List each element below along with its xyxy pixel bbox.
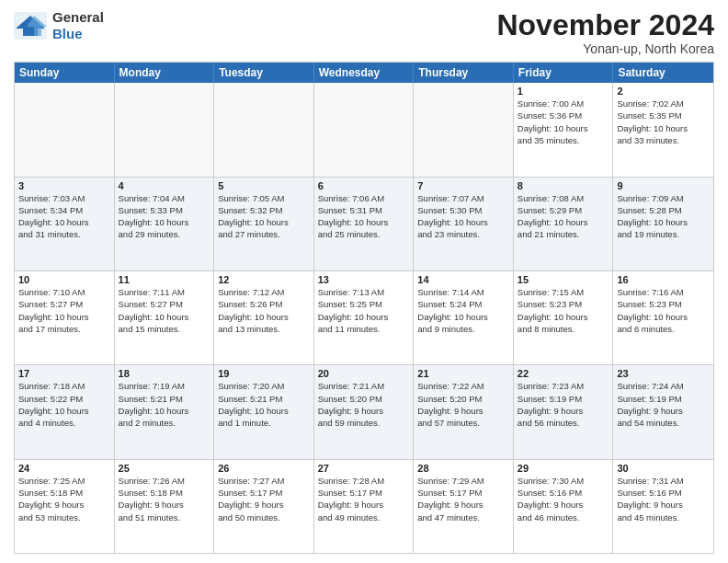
day-number: 9: [617, 180, 710, 191]
calendar-cell: 25Sunrise: 7:26 AM Sunset: 5:18 PM Dayli…: [115, 460, 215, 553]
calendar-cell: 10Sunrise: 7:10 AM Sunset: 5:27 PM Dayli…: [15, 271, 115, 364]
day-info: Sunrise: 7:21 AM Sunset: 5:20 PM Dayligh…: [318, 380, 410, 429]
calendar-cell: 2Sunrise: 7:02 AM Sunset: 5:35 PM Daylig…: [613, 83, 713, 176]
day-number: 2: [617, 86, 710, 97]
day-info: Sunrise: 7:25 AM Sunset: 5:18 PM Dayligh…: [18, 475, 110, 523]
day-info: Sunrise: 7:18 AM Sunset: 5:22 PM Dayligh…: [18, 380, 110, 429]
month-title: November 2024: [496, 9, 714, 41]
calendar-cell: 18Sunrise: 7:19 AM Sunset: 5:21 PM Dayli…: [115, 365, 215, 458]
weekday-header: Saturday: [613, 63, 713, 83]
calendar-cell: 13Sunrise: 7:13 AM Sunset: 5:25 PM Dayli…: [314, 271, 415, 364]
day-info: Sunrise: 7:31 AM Sunset: 5:16 PM Dayligh…: [617, 475, 710, 523]
calendar-row: 17Sunrise: 7:18 AM Sunset: 5:22 PM Dayli…: [15, 364, 713, 458]
calendar-cell: 5Sunrise: 7:05 AM Sunset: 5:32 PM Daylig…: [214, 178, 314, 270]
calendar-cell: 26Sunrise: 7:27 AM Sunset: 5:17 PM Dayli…: [214, 460, 314, 553]
calendar-row: 1Sunrise: 7:00 AM Sunset: 5:36 PM Daylig…: [15, 83, 713, 176]
day-number: 22: [518, 368, 609, 379]
day-info: Sunrise: 7:15 AM Sunset: 5:23 PM Dayligh…: [518, 286, 609, 335]
calendar-cell: 29Sunrise: 7:30 AM Sunset: 5:16 PM Dayli…: [514, 460, 614, 553]
calendar-cell: 15Sunrise: 7:15 AM Sunset: 5:23 PM Dayli…: [514, 271, 614, 364]
day-info: Sunrise: 7:22 AM Sunset: 5:20 PM Dayligh…: [417, 380, 509, 429]
day-number: 5: [218, 180, 310, 191]
calendar-cell: 12Sunrise: 7:12 AM Sunset: 5:26 PM Dayli…: [214, 271, 314, 364]
day-number: 24: [18, 463, 110, 474]
weekday-header: Sunday: [15, 63, 115, 83]
calendar-cell: [314, 83, 415, 176]
calendar-cell: 28Sunrise: 7:29 AM Sunset: 5:17 PM Dayli…: [414, 460, 514, 553]
logo-text: General Blue: [52, 9, 104, 42]
calendar-row: 24Sunrise: 7:25 AM Sunset: 5:18 PM Dayli…: [15, 459, 713, 553]
calendar-header: SundayMondayTuesdayWednesdayThursdayFrid…: [15, 63, 713, 83]
day-info: Sunrise: 7:29 AM Sunset: 5:17 PM Dayligh…: [417, 475, 509, 523]
calendar: SundayMondayTuesdayWednesdayThursdayFrid…: [14, 62, 714, 554]
calendar-cell: 24Sunrise: 7:25 AM Sunset: 5:18 PM Dayli…: [15, 460, 115, 553]
day-number: 18: [119, 368, 210, 379]
calendar-cell: 8Sunrise: 7:08 AM Sunset: 5:29 PM Daylig…: [514, 178, 614, 270]
day-info: Sunrise: 7:03 AM Sunset: 5:34 PM Dayligh…: [18, 192, 110, 241]
calendar-cell: 14Sunrise: 7:14 AM Sunset: 5:24 PM Dayli…: [414, 271, 514, 364]
weekday-header: Tuesday: [214, 63, 314, 83]
day-number: 1: [518, 86, 609, 97]
calendar-cell: 21Sunrise: 7:22 AM Sunset: 5:20 PM Dayli…: [414, 365, 514, 458]
day-info: Sunrise: 7:23 AM Sunset: 5:19 PM Dayligh…: [518, 380, 609, 429]
day-number: 16: [617, 274, 710, 285]
day-number: 11: [119, 274, 210, 285]
page: General Blue November 2024 Yonan-up, Nor…: [0, 0, 728, 563]
day-info: Sunrise: 7:10 AM Sunset: 5:27 PM Dayligh…: [18, 286, 110, 335]
calendar-cell: 20Sunrise: 7:21 AM Sunset: 5:20 PM Dayli…: [314, 365, 415, 458]
calendar-cell: [115, 83, 215, 176]
weekday-header: Thursday: [414, 63, 514, 83]
calendar-cell: 6Sunrise: 7:06 AM Sunset: 5:31 PM Daylig…: [314, 178, 415, 270]
day-number: 17: [18, 368, 110, 379]
day-info: Sunrise: 7:19 AM Sunset: 5:21 PM Dayligh…: [119, 380, 210, 429]
weekday-header: Wednesday: [314, 63, 415, 83]
day-info: Sunrise: 7:24 AM Sunset: 5:19 PM Dayligh…: [617, 380, 710, 429]
calendar-cell: [414, 83, 514, 176]
day-info: Sunrise: 7:04 AM Sunset: 5:33 PM Dayligh…: [119, 192, 210, 241]
day-info: Sunrise: 7:20 AM Sunset: 5:21 PM Dayligh…: [218, 380, 310, 429]
day-number: 29: [518, 463, 609, 474]
logo-general: General: [52, 9, 104, 26]
weekday-header: Monday: [115, 63, 215, 83]
location: Yonan-up, North Korea: [496, 41, 714, 56]
day-number: 25: [119, 463, 210, 474]
day-number: 15: [518, 274, 609, 285]
day-number: 26: [218, 463, 310, 474]
calendar-cell: 7Sunrise: 7:07 AM Sunset: 5:30 PM Daylig…: [414, 178, 514, 270]
calendar-cell: 4Sunrise: 7:04 AM Sunset: 5:33 PM Daylig…: [115, 178, 215, 270]
day-info: Sunrise: 7:30 AM Sunset: 5:16 PM Dayligh…: [518, 475, 609, 523]
day-number: 4: [119, 180, 210, 191]
day-number: 19: [218, 368, 310, 379]
day-info: Sunrise: 7:02 AM Sunset: 5:35 PM Dayligh…: [617, 98, 710, 146]
day-info: Sunrise: 7:12 AM Sunset: 5:26 PM Dayligh…: [218, 286, 310, 335]
calendar-cell: [15, 83, 115, 176]
day-info: Sunrise: 7:09 AM Sunset: 5:28 PM Dayligh…: [617, 192, 710, 241]
day-number: 8: [518, 180, 609, 191]
day-number: 30: [617, 463, 710, 474]
calendar-cell: 30Sunrise: 7:31 AM Sunset: 5:16 PM Dayli…: [613, 460, 713, 553]
day-number: 13: [318, 274, 410, 285]
day-info: Sunrise: 7:00 AM Sunset: 5:36 PM Dayligh…: [518, 98, 609, 146]
calendar-cell: 17Sunrise: 7:18 AM Sunset: 5:22 PM Dayli…: [15, 365, 115, 458]
day-info: Sunrise: 7:27 AM Sunset: 5:17 PM Dayligh…: [218, 475, 310, 523]
day-number: 7: [417, 180, 509, 191]
day-info: Sunrise: 7:26 AM Sunset: 5:18 PM Dayligh…: [119, 475, 210, 523]
weekday-header: Friday: [514, 63, 614, 83]
calendar-cell: 3Sunrise: 7:03 AM Sunset: 5:34 PM Daylig…: [15, 178, 115, 270]
day-info: Sunrise: 7:16 AM Sunset: 5:23 PM Dayligh…: [617, 286, 710, 335]
day-info: Sunrise: 7:28 AM Sunset: 5:17 PM Dayligh…: [318, 475, 410, 523]
day-info: Sunrise: 7:08 AM Sunset: 5:29 PM Dayligh…: [518, 192, 609, 241]
day-number: 21: [417, 368, 509, 379]
day-info: Sunrise: 7:13 AM Sunset: 5:25 PM Dayligh…: [318, 286, 410, 335]
calendar-cell: 16Sunrise: 7:16 AM Sunset: 5:23 PM Dayli…: [613, 271, 713, 364]
day-info: Sunrise: 7:06 AM Sunset: 5:31 PM Dayligh…: [318, 192, 410, 241]
calendar-cell: [214, 83, 314, 176]
day-number: 3: [18, 180, 110, 191]
day-number: 10: [18, 274, 110, 285]
calendar-cell: 11Sunrise: 7:11 AM Sunset: 5:27 PM Dayli…: [115, 271, 215, 364]
title-block: November 2024 Yonan-up, North Korea: [496, 9, 714, 56]
logo: General Blue: [14, 9, 104, 42]
calendar-cell: 27Sunrise: 7:28 AM Sunset: 5:17 PM Dayli…: [314, 460, 415, 553]
calendar-cell: 9Sunrise: 7:09 AM Sunset: 5:28 PM Daylig…: [613, 178, 713, 270]
calendar-body: 1Sunrise: 7:00 AM Sunset: 5:36 PM Daylig…: [15, 83, 713, 553]
